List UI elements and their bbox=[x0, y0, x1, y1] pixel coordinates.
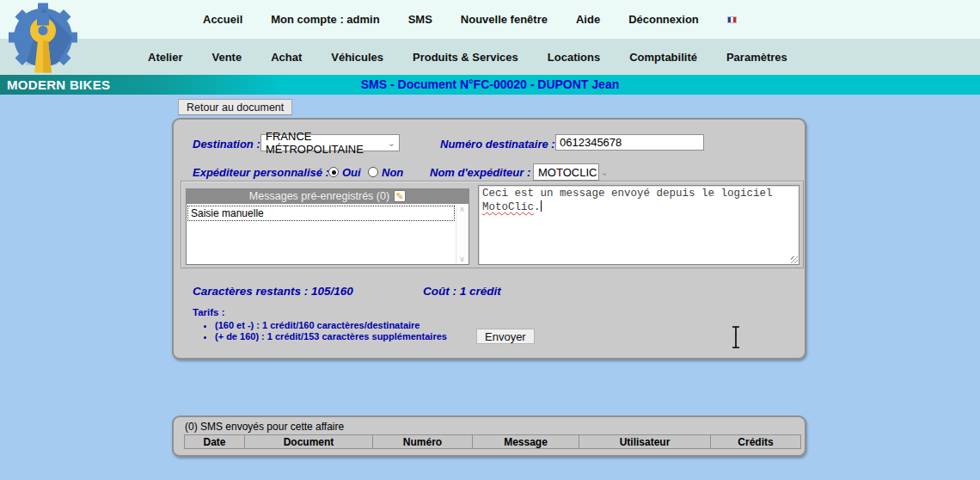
nav-atelier[interactable]: Atelier bbox=[148, 51, 182, 64]
preset-item-saisie-manuelle[interactable]: Saisie manuelle bbox=[187, 206, 455, 221]
preset-messages-title: Messages pré-enregistrés (0) bbox=[249, 190, 389, 202]
main-content: Retour au document Destination : FRANCE … bbox=[0, 95, 980, 480]
nav-mon-compte[interactable]: Mon compte : admin bbox=[271, 13, 379, 26]
nav-nouvelle-fenetre[interactable]: Nouvelle fenêtre bbox=[461, 13, 548, 26]
secondary-nav: Atelier Vente Achat Véhicules Produits &… bbox=[0, 39, 980, 75]
sender-name-select[interactable]: MOTOCLIC ⌄ bbox=[533, 163, 599, 181]
preset-messages-header: Messages pré-enregistrés (0) ✎ bbox=[186, 188, 469, 204]
custom-sender-no-label[interactable]: Non bbox=[382, 166, 403, 179]
history-title: (0) SMS envoyés pour cette affaire bbox=[185, 421, 344, 433]
scroll-up-icon[interactable]: ∧ bbox=[459, 205, 465, 213]
tariffs-label: Tarifs : bbox=[193, 307, 225, 317]
title-bar: MODERN BIKES SMS - Document N°FC-00020 -… bbox=[0, 75, 980, 95]
destination-label: Destination : bbox=[193, 138, 260, 151]
back-to-document-button[interactable]: Retour au document bbox=[178, 99, 292, 115]
cost-text: Coût : 1 crédit bbox=[423, 285, 501, 298]
messages-area: Messages pré-enregistrés (0) ✎ Saisie ma… bbox=[181, 181, 804, 268]
col-document: Document bbox=[245, 434, 373, 449]
chevron-down-icon: ⌄ bbox=[600, 168, 608, 176]
preset-messages-listbox[interactable]: Saisie manuelle ∧ ∨ bbox=[186, 204, 469, 265]
nav-vente[interactable]: Vente bbox=[211, 51, 242, 64]
preset-messages-group: Messages pré-enregistrés (0) ✎ Saisie ma… bbox=[186, 188, 469, 265]
nav-comptabilite[interactable]: Comptabilité bbox=[629, 51, 697, 64]
message-text-line1: Ceci est un message envoyé depuis le log… bbox=[482, 188, 773, 200]
edit-presets-icon[interactable]: ✎ bbox=[394, 190, 406, 202]
destination-select[interactable]: FRANCE MÉTROPOLITAINE ⌄ bbox=[260, 134, 400, 151]
app-window: Accueil Mon compte : admin SMS Nouvelle … bbox=[0, 0, 980, 480]
nav-deconnexion[interactable]: Déconnexion bbox=[628, 13, 699, 26]
sms-form-panel: Destination : FRANCE MÉTROPOLITAINE ⌄ Nu… bbox=[172, 118, 806, 360]
tariff-item-2: (+ de 160) : 1 crédit/153 caractères sup… bbox=[215, 331, 447, 342]
nav-accueil[interactable]: Accueil bbox=[203, 13, 242, 26]
send-button[interactable]: Envoyer bbox=[476, 329, 535, 344]
nav-locations[interactable]: Locations bbox=[548, 51, 600, 64]
message-text-flagged-word: MotoClic bbox=[482, 201, 534, 213]
chevron-down-icon: ⌄ bbox=[388, 138, 395, 147]
sms-history-panel: (0) SMS envoyés pour cette affaire Date … bbox=[172, 415, 806, 457]
primary-nav: Accueil Mon compte : admin SMS Nouvelle … bbox=[0, 0, 980, 39]
sms-message-textarea[interactable]: Ceci est un message envoyé depuis le log… bbox=[478, 185, 799, 265]
history-table-header: Date Document Numéro Message Utilisateur… bbox=[184, 434, 801, 450]
col-message: Message bbox=[473, 434, 579, 449]
nav-vehicules[interactable]: Véhicules bbox=[331, 51, 383, 64]
col-credits: Crédits bbox=[711, 434, 801, 449]
listbox-scrollbar[interactable]: ∧ ∨ bbox=[456, 205, 468, 263]
message-text-punctuation: . bbox=[534, 201, 541, 213]
col-utilisateur: Utilisateur bbox=[579, 434, 711, 449]
page-title: SMS - Document N°FC-00020 - DUPONT Jean bbox=[0, 75, 980, 95]
custom-sender-yes-radio[interactable] bbox=[328, 167, 339, 177]
destination-selected-value: FRANCE MÉTROPOLITAINE bbox=[266, 130, 384, 156]
nav-parametres[interactable]: Paramètres bbox=[726, 51, 787, 64]
col-date: Date bbox=[184, 434, 245, 449]
text-caret bbox=[541, 200, 542, 212]
scroll-down-icon[interactable]: ∨ bbox=[459, 255, 465, 263]
radio-dot bbox=[332, 170, 336, 175]
tariff-item-1: (160 et -) : 1 crédit/160 caractères/des… bbox=[215, 320, 447, 331]
nav-produits-services[interactable]: Produits & Services bbox=[413, 51, 518, 64]
nav-sms[interactable]: SMS bbox=[408, 13, 432, 26]
recipient-number-label: Numéro destinataire : bbox=[440, 138, 555, 151]
custom-sender-no-radio[interactable] bbox=[368, 167, 378, 177]
custom-sender-yes-label[interactable]: Oui bbox=[342, 166, 361, 179]
recipient-number-input[interactable] bbox=[555, 134, 704, 151]
custom-sender-label: Expéditeur personnalisé : bbox=[193, 166, 329, 179]
sender-name-selected-value: MOTOCLIC bbox=[538, 166, 597, 179]
tariffs-list: (160 et -) : 1 crédit/160 caractères/des… bbox=[205, 320, 447, 342]
textarea-resize-grip[interactable] bbox=[791, 256, 798, 263]
chars-remaining-text: Caractères restants : 105/160 bbox=[193, 285, 353, 298]
col-numero: Numéro bbox=[373, 434, 473, 449]
sender-name-label: Nom d'expéditeur : bbox=[430, 166, 530, 179]
nav-aide[interactable]: Aide bbox=[576, 13, 600, 26]
nav-achat[interactable]: Achat bbox=[271, 51, 302, 64]
gear-wrench-logo-icon bbox=[5, 3, 81, 76]
french-flag-icon[interactable] bbox=[727, 16, 737, 23]
